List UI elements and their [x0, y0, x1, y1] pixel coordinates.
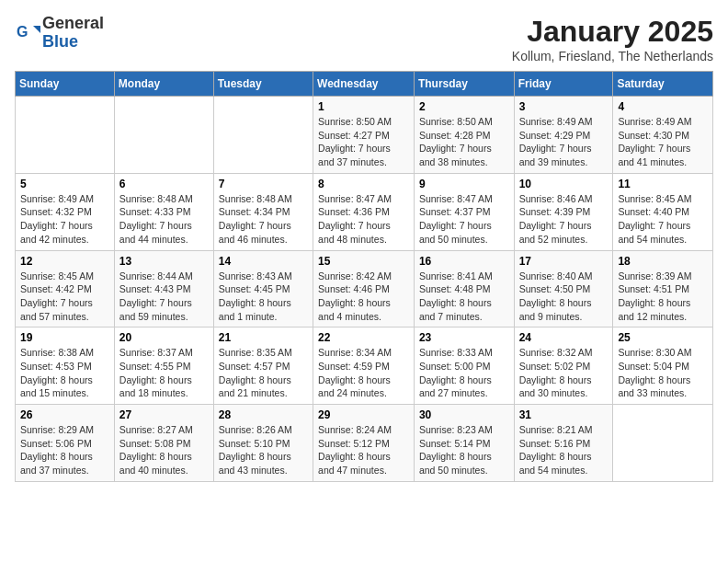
calendar-cell: 10Sunrise: 8:46 AM Sunset: 4:39 PM Dayli…	[514, 173, 613, 250]
day-number: 6	[119, 178, 209, 190]
day-info: Sunrise: 8:35 AM Sunset: 4:57 PM Dayligh…	[219, 346, 308, 400]
calendar-cell	[613, 405, 713, 482]
day-number: 30	[419, 408, 509, 421]
week-row-2: 5Sunrise: 8:49 AM Sunset: 4:32 PM Daylig…	[16, 173, 713, 250]
week-row-3: 12Sunrise: 8:45 AM Sunset: 4:42 PM Dayli…	[16, 250, 713, 327]
day-info: Sunrise: 8:37 AM Sunset: 4:55 PM Dayligh…	[119, 346, 209, 400]
calendar-cell: 8Sunrise: 8:47 AM Sunset: 4:36 PM Daylig…	[313, 173, 415, 250]
calendar-cell: 30Sunrise: 8:23 AM Sunset: 5:14 PM Dayli…	[414, 405, 514, 482]
weekday-header-saturday: Saturday	[613, 72, 713, 97]
calendar-cell: 16Sunrise: 8:41 AM Sunset: 4:48 PM Dayli…	[414, 250, 514, 327]
day-number: 25	[618, 331, 708, 344]
title-block: January 2025 Kollum, Friesland, The Neth…	[512, 15, 713, 63]
weekday-header-monday: Monday	[114, 72, 213, 97]
calendar-cell	[213, 97, 313, 174]
calendar-cell: 13Sunrise: 8:44 AM Sunset: 4:43 PM Dayli…	[114, 250, 213, 327]
day-info: Sunrise: 8:50 AM Sunset: 4:27 PM Dayligh…	[318, 115, 409, 169]
day-info: Sunrise: 8:49 AM Sunset: 4:29 PM Dayligh…	[519, 115, 609, 169]
week-row-1: 1Sunrise: 8:50 AM Sunset: 4:27 PM Daylig…	[16, 97, 713, 174]
calendar-cell: 15Sunrise: 8:42 AM Sunset: 4:46 PM Dayli…	[313, 250, 415, 327]
day-number: 20	[119, 331, 209, 344]
calendar-cell: 24Sunrise: 8:32 AM Sunset: 5:02 PM Dayli…	[514, 327, 613, 405]
calendar-cell: 3Sunrise: 8:49 AM Sunset: 4:29 PM Daylig…	[514, 97, 613, 174]
calendar-cell: 25Sunrise: 8:30 AM Sunset: 5:04 PM Dayli…	[613, 327, 713, 405]
day-number: 8	[318, 178, 409, 190]
calendar-cell: 21Sunrise: 8:35 AM Sunset: 4:57 PM Dayli…	[213, 327, 313, 405]
day-number: 10	[519, 178, 609, 190]
day-number: 27	[119, 408, 209, 421]
day-number: 29	[318, 408, 409, 421]
day-info: Sunrise: 8:21 AM Sunset: 5:16 PM Dayligh…	[519, 423, 609, 477]
weekday-header-thursday: Thursday	[414, 72, 514, 97]
day-info: Sunrise: 8:30 AM Sunset: 5:04 PM Dayligh…	[618, 346, 708, 400]
day-number: 19	[20, 331, 109, 344]
day-info: Sunrise: 8:39 AM Sunset: 4:51 PM Dayligh…	[618, 270, 708, 324]
calendar-cell: 5Sunrise: 8:49 AM Sunset: 4:32 PM Daylig…	[16, 173, 115, 250]
day-info: Sunrise: 8:24 AM Sunset: 5:12 PM Dayligh…	[318, 423, 409, 477]
calendar-cell: 23Sunrise: 8:33 AM Sunset: 5:00 PM Dayli…	[414, 327, 514, 405]
location-subtitle: Kollum, Friesland, The Netherlands	[512, 49, 713, 63]
day-info: Sunrise: 8:26 AM Sunset: 5:10 PM Dayligh…	[219, 423, 308, 477]
week-row-4: 19Sunrise: 8:38 AM Sunset: 4:53 PM Dayli…	[16, 327, 713, 405]
calendar-cell: 26Sunrise: 8:29 AM Sunset: 5:06 PM Dayli…	[16, 405, 115, 482]
calendar-cell: 18Sunrise: 8:39 AM Sunset: 4:51 PM Dayli…	[613, 250, 713, 327]
day-info: Sunrise: 8:44 AM Sunset: 4:43 PM Dayligh…	[119, 270, 209, 324]
day-number: 5	[20, 178, 109, 190]
day-number: 24	[519, 331, 609, 344]
weekday-header-row: SundayMondayTuesdayWednesdayThursdayFrid…	[16, 72, 713, 97]
weekday-header-friday: Friday	[514, 72, 613, 97]
day-number: 9	[419, 178, 509, 190]
day-number: 11	[618, 178, 708, 190]
day-info: Sunrise: 8:49 AM Sunset: 4:30 PM Dayligh…	[618, 115, 708, 169]
day-info: Sunrise: 8:43 AM Sunset: 4:45 PM Dayligh…	[219, 270, 308, 324]
day-info: Sunrise: 8:27 AM Sunset: 5:08 PM Dayligh…	[119, 423, 209, 477]
day-info: Sunrise: 8:46 AM Sunset: 4:39 PM Dayligh…	[519, 192, 609, 247]
calendar-cell: 12Sunrise: 8:45 AM Sunset: 4:42 PM Dayli…	[16, 250, 115, 327]
calendar-cell: 28Sunrise: 8:26 AM Sunset: 5:10 PM Dayli…	[213, 405, 313, 482]
day-number: 26	[20, 408, 109, 421]
calendar-cell: 2Sunrise: 8:50 AM Sunset: 4:28 PM Daylig…	[414, 97, 514, 174]
day-number: 15	[318, 255, 409, 268]
logo: G General Blue	[15, 15, 104, 52]
calendar-cell: 14Sunrise: 8:43 AM Sunset: 4:45 PM Dayli…	[213, 250, 313, 327]
day-info: Sunrise: 8:47 AM Sunset: 4:37 PM Dayligh…	[419, 192, 509, 247]
logo-blue-text: Blue	[42, 33, 104, 52]
calendar-cell	[16, 97, 115, 174]
day-info: Sunrise: 8:49 AM Sunset: 4:32 PM Dayligh…	[20, 192, 109, 247]
day-number: 3	[519, 100, 609, 113]
day-info: Sunrise: 8:41 AM Sunset: 4:48 PM Dayligh…	[419, 270, 509, 324]
calendar-cell: 19Sunrise: 8:38 AM Sunset: 4:53 PM Dayli…	[16, 327, 115, 405]
calendar-cell	[114, 97, 213, 174]
day-number: 28	[219, 408, 308, 421]
calendar-cell: 4Sunrise: 8:49 AM Sunset: 4:30 PM Daylig…	[613, 97, 713, 174]
day-info: Sunrise: 8:23 AM Sunset: 5:14 PM Dayligh…	[419, 423, 509, 477]
day-number: 4	[618, 100, 708, 113]
day-info: Sunrise: 8:32 AM Sunset: 5:02 PM Dayligh…	[519, 346, 609, 400]
day-info: Sunrise: 8:48 AM Sunset: 4:34 PM Dayligh…	[219, 192, 308, 247]
day-number: 18	[618, 255, 708, 268]
day-info: Sunrise: 8:50 AM Sunset: 4:28 PM Dayligh…	[419, 115, 509, 169]
day-number: 7	[219, 178, 308, 190]
day-info: Sunrise: 8:45 AM Sunset: 4:40 PM Dayligh…	[618, 192, 708, 247]
weekday-header-sunday: Sunday	[16, 72, 115, 97]
day-number: 21	[219, 331, 308, 344]
calendar-cell: 9Sunrise: 8:47 AM Sunset: 4:37 PM Daylig…	[414, 173, 514, 250]
day-info: Sunrise: 8:33 AM Sunset: 5:00 PM Dayligh…	[419, 346, 509, 400]
weekday-header-tuesday: Tuesday	[213, 72, 313, 97]
day-info: Sunrise: 8:29 AM Sunset: 5:06 PM Dayligh…	[20, 423, 109, 477]
day-number: 13	[119, 255, 209, 268]
day-info: Sunrise: 8:34 AM Sunset: 4:59 PM Dayligh…	[318, 346, 409, 400]
page-header: G General Blue January 2025 Kollum, Frie…	[15, 15, 713, 63]
calendar-cell: 29Sunrise: 8:24 AM Sunset: 5:12 PM Dayli…	[313, 405, 415, 482]
logo-icon: G	[15, 20, 40, 46]
day-number: 17	[519, 255, 609, 268]
calendar-table: SundayMondayTuesdayWednesdayThursdayFrid…	[15, 71, 713, 482]
calendar-cell: 1Sunrise: 8:50 AM Sunset: 4:27 PM Daylig…	[313, 97, 415, 174]
calendar-cell: 27Sunrise: 8:27 AM Sunset: 5:08 PM Dayli…	[114, 405, 213, 482]
month-title: January 2025	[512, 15, 713, 49]
day-info: Sunrise: 8:47 AM Sunset: 4:36 PM Dayligh…	[318, 192, 409, 247]
calendar-cell: 31Sunrise: 8:21 AM Sunset: 5:16 PM Dayli…	[514, 405, 613, 482]
weekday-header-wednesday: Wednesday	[313, 72, 415, 97]
day-info: Sunrise: 8:48 AM Sunset: 4:33 PM Dayligh…	[119, 192, 209, 247]
day-number: 2	[419, 100, 509, 113]
